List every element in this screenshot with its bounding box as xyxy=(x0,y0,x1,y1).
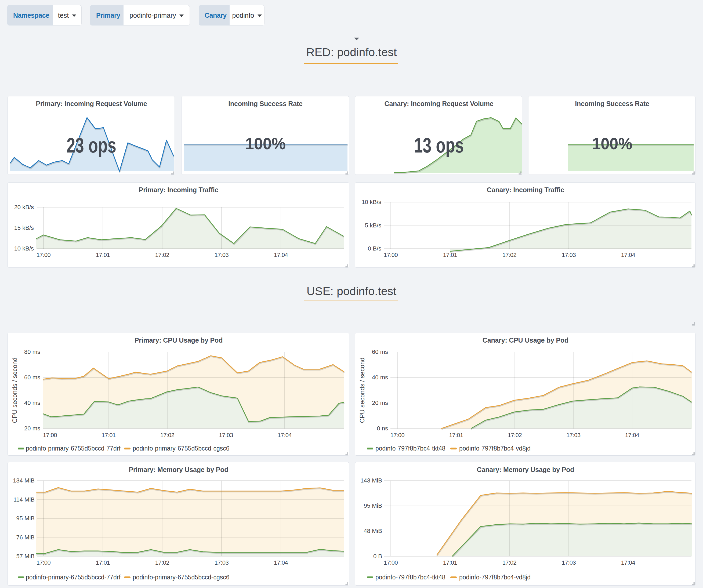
svg-text:17:00: 17:00 xyxy=(36,559,51,566)
svg-text:17:02: 17:02 xyxy=(502,559,517,566)
svg-text:Canary: CPU Usage by Pod: Canary: CPU Usage by Pod xyxy=(482,336,568,344)
svg-text:17:04: 17:04 xyxy=(274,252,288,258)
svg-text:10 kB/s: 10 kB/s xyxy=(14,245,34,252)
svg-text:17:02: 17:02 xyxy=(508,432,522,438)
svg-text:podinfo-primary-6755d5bccd-77d: podinfo-primary-6755d5bccd-77drf xyxy=(26,445,121,452)
svg-text:17:03: 17:03 xyxy=(215,252,229,258)
svg-text:57 MiB: 57 MiB xyxy=(16,553,34,560)
svg-text:20 kB/s: 20 kB/s xyxy=(14,204,34,211)
svg-text:17:03: 17:03 xyxy=(566,432,580,438)
svg-text:podinfo-797f8b7bc4-tkt48: podinfo-797f8b7bc4-tkt48 xyxy=(375,574,446,581)
svg-text:17:04: 17:04 xyxy=(278,432,292,438)
svg-text:40 ms: 40 ms xyxy=(24,400,40,406)
svg-text:15 kB/s: 15 kB/s xyxy=(14,225,34,231)
svg-text:podinfo-797f8b7bc4-vd8jd: podinfo-797f8b7bc4-vd8jd xyxy=(459,445,531,452)
svg-text:5 kB/s: 5 kB/s xyxy=(365,222,381,229)
svg-text:17:01: 17:01 xyxy=(443,559,457,566)
svg-text:95 MiB: 95 MiB xyxy=(364,502,382,509)
svg-text:17:00: 17:00 xyxy=(390,432,405,438)
svg-text:17:03: 17:03 xyxy=(215,559,229,566)
svg-text:17:01: 17:01 xyxy=(96,559,110,566)
svg-text:20 ms: 20 ms xyxy=(24,425,40,432)
svg-text:17:01: 17:01 xyxy=(449,432,463,438)
svg-text:17:03: 17:03 xyxy=(562,252,576,258)
svg-text:143 MiB: 143 MiB xyxy=(360,477,382,484)
svg-text:Canary: Incoming Request Volum: Canary: Incoming Request Volume xyxy=(385,100,493,107)
svg-text:0 ns: 0 ns xyxy=(377,425,388,432)
svg-text:100%: 100% xyxy=(592,134,632,153)
svg-text:60 ms: 60 ms xyxy=(372,348,388,355)
svg-text:17:01: 17:01 xyxy=(443,252,457,258)
svg-text:17:04: 17:04 xyxy=(625,432,639,438)
svg-text:17:02: 17:02 xyxy=(160,432,174,438)
svg-text:17:01: 17:01 xyxy=(96,252,110,258)
svg-text:0 B/s: 0 B/s xyxy=(368,245,381,252)
svg-text:17:00: 17:00 xyxy=(384,559,398,566)
svg-text:Incoming Success Rate: Incoming Success Rate xyxy=(575,100,649,107)
svg-text:17:02: 17:02 xyxy=(502,252,517,258)
svg-text:Canary: Memory Usage by Pod: Canary: Memory Usage by Pod xyxy=(477,466,574,473)
svg-text:40 ms: 40 ms xyxy=(372,374,388,381)
svg-text:60 ms: 60 ms xyxy=(24,374,40,381)
svg-text:17:03: 17:03 xyxy=(562,559,576,566)
svg-text:podinfo-797f8b7bc4-tkt48: podinfo-797f8b7bc4-tkt48 xyxy=(375,445,446,452)
svg-text:podinfo-primary-6755d5bccd-77d: podinfo-primary-6755d5bccd-77drf xyxy=(26,574,121,581)
svg-text:48 MiB: 48 MiB xyxy=(364,527,382,534)
svg-text:Primary: Incoming Request Volu: Primary: Incoming Request Volume xyxy=(36,100,147,107)
svg-text:Primary: Memory Usage by Pod: Primary: Memory Usage by Pod xyxy=(129,466,229,473)
svg-text:80 ms: 80 ms xyxy=(24,348,40,355)
svg-text:20 ms: 20 ms xyxy=(372,400,388,406)
svg-text:Canary: Incoming Traffic: Canary: Incoming Traffic xyxy=(487,186,564,193)
svg-text:Primary: Incoming Traffic: Primary: Incoming Traffic xyxy=(139,186,219,193)
svg-text:76 MiB: 76 MiB xyxy=(16,534,34,541)
svg-text:13 ops: 13 ops xyxy=(414,134,464,157)
svg-text:17:04: 17:04 xyxy=(621,559,635,566)
svg-text:17:04: 17:04 xyxy=(621,252,635,258)
svg-text:95 MiB: 95 MiB xyxy=(16,515,34,522)
svg-text:0 B: 0 B xyxy=(373,553,382,560)
svg-text:Incoming Success Rate: Incoming Success Rate xyxy=(228,100,303,107)
svg-text:podinfo-primary-6755d5bccd-cgs: podinfo-primary-6755d5bccd-cgsc6 xyxy=(133,574,230,581)
svg-text:17:02: 17:02 xyxy=(155,559,169,566)
svg-text:100%: 100% xyxy=(245,134,286,153)
svg-text:17:03: 17:03 xyxy=(219,432,233,438)
svg-text:134 MiB: 134 MiB xyxy=(13,477,34,484)
svg-text:17:01: 17:01 xyxy=(101,432,116,438)
svg-text:17:00: 17:00 xyxy=(43,432,57,438)
svg-text:23 ops: 23 ops xyxy=(67,134,116,157)
svg-text:17:04: 17:04 xyxy=(274,559,288,566)
svg-text:17:02: 17:02 xyxy=(155,252,169,258)
svg-text:10 kB/s: 10 kB/s xyxy=(362,199,381,205)
svg-text:17:00: 17:00 xyxy=(384,252,398,258)
svg-text:114 MiB: 114 MiB xyxy=(13,496,34,503)
svg-text:17:00: 17:00 xyxy=(36,252,51,258)
svg-text:CPU seconds / second: CPU seconds / second xyxy=(359,357,366,423)
svg-text:Primary: CPU Usage by Pod: Primary: CPU Usage by Pod xyxy=(135,336,223,344)
svg-text:CPU seconds / second: CPU seconds / second xyxy=(11,357,18,423)
svg-text:podinfo-primary-6755d5bccd-cgs: podinfo-primary-6755d5bccd-cgsc6 xyxy=(133,445,230,452)
svg-text:podinfo-797f8b7bc4-vd8jd: podinfo-797f8b7bc4-vd8jd xyxy=(459,574,531,581)
